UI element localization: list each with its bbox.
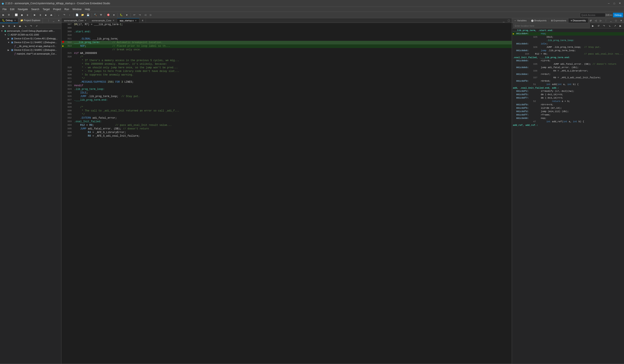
disasm-more[interactable]: ⋮ bbox=[603, 18, 608, 23]
menu-edit[interactable]: Edit bbox=[8, 7, 16, 11]
code-line-313: ▶ 313 NOP; // Placed prior to loop label… bbox=[61, 45, 512, 48]
toolbar-btn-2[interactable]: ⚙ bbox=[6, 13, 11, 17]
editor-tab-core2[interactable]: asmexample_Core ✕ bbox=[89, 18, 117, 23]
debug-resume-btn[interactable]: ▶ bbox=[1, 24, 6, 28]
disasm-sync-btn[interactable]: ⇄ bbox=[588, 18, 593, 23]
editor-maximize-btn[interactable]: □ bbox=[507, 18, 511, 23]
debug-disconnect-btn[interactable]: ⏏ bbox=[17, 24, 23, 28]
toolbar-btn-5[interactable]: ⏸ bbox=[25, 13, 30, 17]
disasm-minimize[interactable]: _ bbox=[609, 18, 613, 23]
disasm-close[interactable]: ✕ bbox=[619, 18, 623, 23]
toolbar-debug-start[interactable]: 🐛 bbox=[119, 13, 124, 17]
toolbar-open[interactable]: 📁 bbox=[80, 13, 85, 17]
toolbar-btn-1[interactable]: ▶ bbox=[1, 13, 6, 17]
menu-navigate[interactable]: Navigate bbox=[16, 7, 29, 11]
main-layout: 🐛 Debug ✕ 📁 Project Explorer ⋮ _ ✕ ▶ ⏸ ■… bbox=[0, 18, 624, 364]
debug-step-into-btn[interactable]: ↘ bbox=[23, 24, 28, 28]
toolbar-btn-4[interactable]: ⏹ bbox=[19, 13, 24, 17]
editor-tab-close-1[interactable]: ✕ bbox=[85, 19, 86, 22]
toolbar-step-into[interactable]: ↓ bbox=[56, 13, 61, 17]
tab-debug-close[interactable]: ✕ bbox=[14, 19, 16, 22]
toolbar-target-opts[interactable]: ▼ bbox=[111, 13, 116, 17]
tree-item-device0-core1[interactable]: ▼ ▣ Device 0 [Core 1] ( SHARC ) [Debug\a… bbox=[0, 40, 61, 44]
toolbar-terminate[interactable]: ■ bbox=[43, 13, 48, 17]
editor-tab-close-3[interactable]: ✕ bbox=[135, 20, 137, 22]
toolbar-build[interactable]: 🔨 bbox=[93, 13, 98, 17]
debug-tree[interactable]: ▼ ◆ asmexample_Core0 Debug [Application … bbox=[0, 29, 61, 364]
debug-step-over-btn[interactable]: ↷ bbox=[28, 24, 33, 28]
toolbar-prev[interactable]: ◁ bbox=[143, 13, 148, 17]
toolbar-step-over[interactable]: ↷ bbox=[62, 13, 67, 17]
toolbar-redo[interactable]: ↪ bbox=[137, 13, 142, 17]
toolbar-step-return[interactable]: ↑ bbox=[67, 13, 72, 17]
tab-variables[interactable]: ↔ Variables bbox=[512, 18, 529, 23]
menu-target[interactable]: Target bbox=[41, 7, 51, 11]
disasm-step-into[interactable]: ↘ bbox=[607, 23, 612, 28]
disasm-maximize[interactable]: □ bbox=[614, 18, 618, 23]
disasm-step-over[interactable]: ↷ bbox=[601, 23, 606, 28]
disasm-go-btn[interactable]: ▶ bbox=[591, 23, 595, 28]
editor-tab-core1[interactable]: asmexample_Core ✕ bbox=[61, 18, 89, 23]
tree-item-ice1000[interactable]: ▼ ⬡ ADSP-SC589 via ICE-1000 bbox=[0, 33, 61, 37]
menu-search[interactable]: Search bbox=[29, 7, 41, 11]
toolbar-new[interactable]: 📄 bbox=[75, 13, 80, 17]
editor-tab-4[interactable]: 4 bbox=[139, 18, 146, 23]
editor-tab-app-startup[interactable]: app_startup.s ✕ bbox=[117, 18, 140, 23]
menu-run[interactable]: Run bbox=[63, 7, 71, 11]
quick-access-input[interactable] bbox=[580, 13, 605, 17]
debug-terminate-btn[interactable]: ■ bbox=[12, 24, 17, 28]
toolbar-next[interactable]: ▷ bbox=[148, 13, 153, 17]
code-line-309: 309 .start.end: bbox=[61, 30, 512, 34]
toolbar-perspective-cpp[interactable]: C/C++ bbox=[607, 13, 612, 17]
close-button[interactable]: ✕ bbox=[617, 1, 622, 6]
toolbar-disconnect[interactable]: ⏏ bbox=[49, 13, 54, 17]
menu-window[interactable]: Window bbox=[71, 7, 83, 11]
tree-item-device0-core2[interactable]: ▶ ▣ Device 0 [Core 2] ( SHARC ) [Debug\a… bbox=[0, 48, 61, 52]
menu-project[interactable]: Project bbox=[52, 7, 63, 11]
toolbar-target[interactable]: 🎯 bbox=[106, 13, 111, 17]
debug-step-return-btn[interactable]: ↗ bbox=[34, 24, 39, 28]
editor-tab-close-2[interactable]: ✕ bbox=[113, 19, 114, 22]
debug-suspend-btn[interactable]: ⏸ bbox=[6, 24, 11, 28]
disasm-line-term-loop: .lib_prog_term_loop: bbox=[512, 39, 624, 42]
toolbar-build-all[interactable]: ⚒ bbox=[99, 13, 104, 17]
tree-item-main[interactable]: ƒ main(int, char**) at asmexample_Cor... bbox=[0, 52, 61, 56]
menu-help[interactable]: Help bbox=[83, 7, 92, 11]
code-line-321: 321 */ bbox=[61, 77, 512, 80]
disasm-resume[interactable]: ▶ bbox=[618, 23, 623, 28]
tree-item-core0[interactable]: ▼ ◆ asmexample_Core0 Debug [Application … bbox=[0, 29, 61, 33]
tab-project-explorer[interactable]: 📁 Project Explorer bbox=[18, 18, 43, 23]
toolbar-save[interactable]: 💾 bbox=[85, 13, 91, 17]
editor-minimize-btn[interactable]: _ bbox=[502, 18, 506, 23]
minimize-button[interactable]: ─ bbox=[606, 1, 611, 6]
tree-item-device0-core0[interactable]: ▶ ▣ Device 0 [Core 0] ( Cortex-A5 ) [Deb… bbox=[0, 37, 61, 40]
left-panel-minimize[interactable]: _ bbox=[51, 18, 56, 23]
code-line-324: 324 .lib_prog_term_loop: bbox=[61, 88, 512, 91]
toolbar-perspective-debug[interactable]: Debug bbox=[613, 13, 623, 17]
menu-file[interactable]: File bbox=[1, 7, 8, 11]
breakpoint-312[interactable] bbox=[62, 41, 64, 43]
tab-expressions[interactable]: ⊞ Expressions bbox=[549, 18, 569, 23]
disasm-location-input[interactable] bbox=[513, 23, 590, 28]
tab-disassembly[interactable]: ≡ Disassembly bbox=[569, 18, 588, 23]
toolbar-suspend[interactable]: ⏸ bbox=[38, 13, 43, 17]
toolbar-resume[interactable]: ▶ bbox=[32, 13, 37, 17]
maximize-button[interactable]: □ bbox=[612, 1, 617, 6]
tab-breakpoints[interactable]: ⬤ Breakpoints bbox=[529, 18, 549, 23]
left-panel-menu[interactable]: ⋮ bbox=[46, 18, 51, 23]
disasm-refresh-btn[interactable]: ↺ bbox=[596, 23, 601, 28]
toolbar-debug-opts[interactable]: ▼ bbox=[124, 13, 129, 17]
disasm-step-return[interactable]: ↗ bbox=[613, 23, 617, 28]
disasm-line-001c0de4: ▶ 001c0de4: nop; bbox=[512, 32, 624, 36]
tab-debug[interactable]: 🐛 Debug ✕ bbox=[0, 18, 18, 23]
code-editor[interactable]: 307 DM(i7, M7) = ___lib_prog_term-1; 308… bbox=[61, 23, 512, 364]
disasm-nav-back[interactable]: ◁ bbox=[593, 18, 598, 23]
code-line-335: 335 JUMP adi_fatal_error. (DB); // doesn… bbox=[61, 127, 512, 131]
disasm-nav-fwd[interactable]: ▷ bbox=[598, 18, 603, 23]
toolbar-undo[interactable]: ↩ bbox=[132, 13, 137, 17]
left-panel-close[interactable]: ✕ bbox=[56, 18, 61, 23]
disasm-line-001c0df9: 001c0df9: r0=r4+r8; bbox=[512, 103, 624, 107]
disasm-content[interactable]: ___lib_prog_term, .start.end: ▶ 001c0de4… bbox=[512, 29, 624, 364]
toolbar-btn-3[interactable]: ⬜ bbox=[14, 13, 19, 17]
tree-item-lib-prog-term[interactable]: ƒ __lib_prog_term() at app_startup.s:3..… bbox=[0, 44, 61, 48]
